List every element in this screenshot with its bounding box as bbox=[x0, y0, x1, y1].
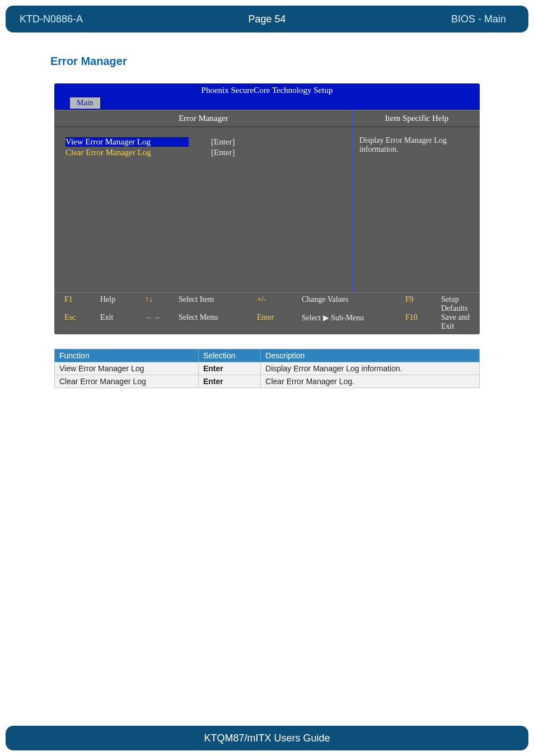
bios-item-label: View Error Manager Log bbox=[65, 137, 189, 147]
col-function: Function bbox=[55, 349, 199, 362]
table-header-row: Function Selection Description bbox=[55, 349, 480, 362]
label-setup-defaults: Setup Defaults bbox=[441, 295, 470, 313]
cell-description: Display Error Manager Log information. bbox=[261, 362, 480, 375]
cell-function: Clear Error Manager Log bbox=[55, 375, 199, 388]
bios-title: Phoenix SecureCore Technology Setup bbox=[54, 83, 480, 97]
table-row: View Error Manager Log Enter Display Err… bbox=[55, 362, 480, 375]
col-description: Description bbox=[261, 349, 480, 362]
bios-panel-title: Error Manager bbox=[54, 110, 353, 127]
key-leftright-icon: ←→ bbox=[145, 313, 162, 331]
cell-selection: Enter bbox=[198, 362, 260, 375]
cell-description: Clear Error Manager Log. bbox=[261, 375, 480, 388]
bios-screenshot: Phoenix SecureCore Technology Setup Main… bbox=[54, 83, 480, 334]
cell-function: View Error Manager Log bbox=[55, 362, 199, 375]
footer-text: KTQM87/mITX Users Guide bbox=[204, 732, 330, 744]
bios-tab-main[interactable]: Main bbox=[70, 97, 100, 109]
bios-item-value: [Enter] bbox=[211, 137, 235, 147]
header-bar: KTD-N0886-A Page 54 BIOS - Main bbox=[6, 6, 528, 32]
label-exit: Exit bbox=[100, 313, 128, 331]
key-esc: Esc bbox=[64, 313, 83, 331]
key-plusminus: +/- bbox=[257, 295, 285, 313]
col-selection: Selection bbox=[198, 349, 260, 362]
key-f1: F1 bbox=[64, 295, 83, 313]
key-updown-icon: ↑↓ bbox=[145, 295, 162, 313]
bios-item-value: [Enter] bbox=[211, 148, 235, 157]
label-select-menu: Select Menu bbox=[179, 313, 240, 331]
cell-selection: Enter bbox=[198, 375, 260, 388]
label-select-item: Select Item bbox=[179, 295, 240, 313]
bios-item-label: Clear Error Manager Log bbox=[65, 148, 189, 157]
footer-bar: KTQM87/mITX Users Guide bbox=[6, 726, 528, 750]
bios-panel-body: View Error Manager Log [Enter] Clear Err… bbox=[54, 127, 353, 292]
bios-tab-bar: Main bbox=[54, 97, 480, 110]
header-page: Page 54 bbox=[248, 13, 285, 25]
bios-help-title: Item Specific Help bbox=[354, 110, 480, 127]
label-select-submenu: Select ▶ Sub-Menu bbox=[302, 313, 388, 331]
bios-footer-row-2: Esc Exit ←→ Select Menu Enter Select ▶ S… bbox=[64, 313, 470, 331]
header-doc-id: KTD-N0886-A bbox=[20, 13, 83, 25]
table-row: Clear Error Manager Log Enter Clear Erro… bbox=[55, 375, 480, 388]
bios-help-body: Display Error Manager Log information. bbox=[354, 127, 480, 292]
bios-item-clear-log[interactable]: Clear Error Manager Log [Enter] bbox=[65, 148, 341, 157]
label-help: Help bbox=[100, 295, 128, 313]
key-enter: Enter bbox=[257, 313, 285, 331]
bios-item-view-log[interactable]: View Error Manager Log [Enter] bbox=[65, 137, 341, 147]
key-f9: F9 bbox=[405, 295, 424, 313]
bios-footer: F1 Help ↑↓ Select Item +/- Change Values… bbox=[54, 292, 480, 334]
key-f10: F10 bbox=[405, 313, 424, 331]
label-save-and-exit: Save and Exit bbox=[441, 313, 470, 331]
header-section: BIOS - Main bbox=[451, 13, 506, 25]
section-title: Error Manager bbox=[50, 55, 484, 68]
label-change-values: Change Values bbox=[302, 295, 388, 313]
bios-footer-row-1: F1 Help ↑↓ Select Item +/- Change Values… bbox=[64, 295, 470, 313]
function-table: Function Selection Description View Erro… bbox=[54, 349, 480, 388]
